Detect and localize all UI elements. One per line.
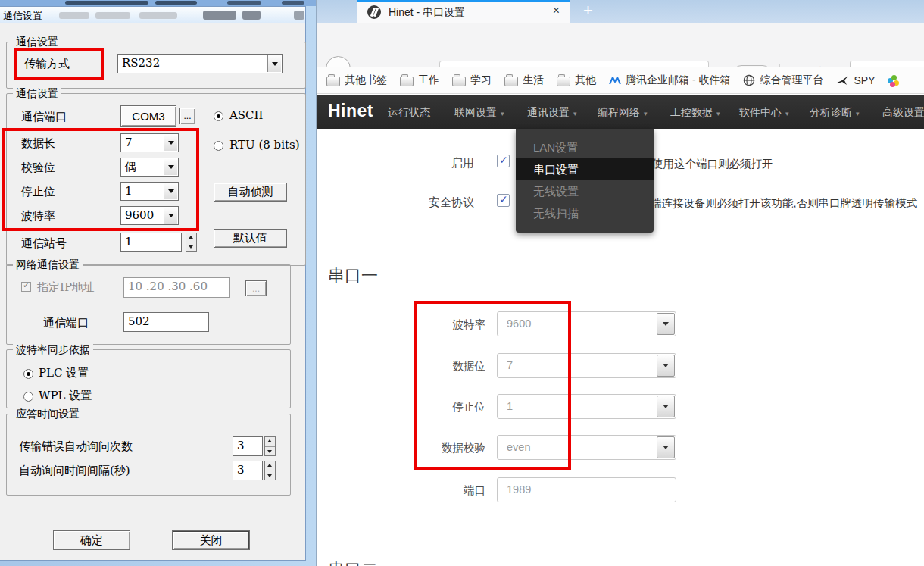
chevron-down-icon[interactable] bbox=[164, 159, 177, 175]
station-input[interactable]: 1 bbox=[120, 233, 182, 252]
bookmark-mgmt-platform[interactable]: 综合管理平台 bbox=[743, 73, 823, 87]
window-artifact bbox=[242, 11, 261, 20]
bookmark-folder-misc[interactable]: 其他 bbox=[557, 73, 596, 87]
bookmarks-bar: 其他书签 工作 学习 生活 其他 腾讯企业邮箱 - 收件箱 综合管理平台 SPY bbox=[317, 67, 924, 94]
bookmark-folder-other[interactable]: 其他书签 bbox=[326, 73, 387, 87]
folder-icon bbox=[400, 77, 414, 86]
bookmark-tencent-mail[interactable]: 腾讯企业邮箱 - 收件箱 bbox=[609, 73, 730, 87]
close-button[interactable]: 关闭 bbox=[172, 530, 250, 550]
bookmark-folder-work[interactable]: 工作 bbox=[400, 73, 439, 87]
baud-rate-combobox[interactable]: 9600 bbox=[120, 206, 179, 225]
parity-label: 校验位 bbox=[21, 161, 55, 175]
menu-item-wireless-scan[interactable]: 无线扫描 bbox=[516, 202, 654, 224]
ip-address-input[interactable]: 10 .20 .30 .60 bbox=[123, 277, 230, 298]
baud-rate-label: 波特率 bbox=[21, 209, 55, 224]
baud-rate-value: 9600 bbox=[125, 208, 154, 222]
data-length-label: 数据长 bbox=[21, 136, 55, 151]
tab-close-icon[interactable]: × bbox=[553, 4, 560, 17]
serial-port-1-heading: 串口一 bbox=[328, 264, 378, 287]
chevron-down-icon[interactable] bbox=[657, 396, 675, 417]
window-artifact bbox=[282, 1, 304, 5]
chevron-down-icon: ▾ bbox=[644, 110, 648, 117]
colorful-app-icon[interactable] bbox=[888, 75, 899, 86]
nav-run-status[interactable]: 运行状态 bbox=[388, 106, 430, 120]
default-button[interactable]: 默认值 bbox=[214, 229, 287, 248]
chevron-down-icon[interactable] bbox=[267, 55, 281, 72]
station-stepper[interactable] bbox=[186, 233, 197, 252]
security-note: 端连接设备则必须打开该功能,否则串口牌透明传输模式 bbox=[651, 196, 924, 211]
background-window-edge bbox=[0, 0, 316, 6]
com-port-more-button[interactable]: ... bbox=[179, 108, 195, 124]
serial-port-2-heading: 串口二 bbox=[328, 558, 378, 566]
parity-combobox[interactable]: 偶 bbox=[120, 158, 179, 177]
auto-detect-button[interactable]: 自动侦测 bbox=[214, 183, 287, 202]
rtu-radio[interactable] bbox=[214, 141, 223, 151]
transfer-mode-label: 传输方式 bbox=[24, 57, 70, 71]
retry-count-input[interactable]: 3 bbox=[233, 436, 263, 456]
chevron-down-icon[interactable] bbox=[164, 183, 177, 199]
retry-interval-stepper[interactable] bbox=[264, 461, 276, 480]
transfer-mode-combobox[interactable]: RS232 bbox=[117, 54, 283, 73]
stop-bit-combobox[interactable]: 1 bbox=[120, 182, 179, 201]
menu-item-serial[interactable]: 串口设置 bbox=[516, 158, 654, 180]
ip-checkbox[interactable] bbox=[21, 282, 31, 292]
ok-button[interactable]: 确定 bbox=[53, 530, 130, 550]
web-port-input[interactable]: 1989 bbox=[497, 477, 676, 502]
net-port-input[interactable]: 502 bbox=[123, 312, 209, 332]
web-baud-select[interactable]: 9600 bbox=[497, 311, 676, 336]
chevron-down-icon: ▾ bbox=[573, 110, 577, 117]
retry-interval-input[interactable]: 3 bbox=[233, 461, 263, 480]
nav-programming-network[interactable]: 编程网络▾ bbox=[598, 106, 648, 120]
web-stopbits-select[interactable]: 1 bbox=[497, 394, 676, 419]
bookmark-folder-study[interactable]: 学习 bbox=[452, 73, 492, 87]
window-artifact bbox=[139, 12, 177, 19]
chevron-down-icon[interactable] bbox=[657, 355, 675, 377]
web-parity-value: even bbox=[507, 441, 530, 453]
nav-diagnostics[interactable]: 分析诊断▾ bbox=[810, 106, 860, 120]
nav-label: 联网设置 bbox=[454, 106, 497, 120]
nav-label: 工控数据 bbox=[670, 106, 713, 120]
plc-setting-label: PLC 设置 bbox=[39, 366, 89, 380]
chevron-down-icon[interactable] bbox=[164, 135, 177, 151]
window-artifact bbox=[227, 1, 261, 5]
nav-software-center[interactable]: 软件中心▾ bbox=[739, 106, 789, 120]
bookmark-label: 其他 bbox=[575, 73, 596, 87]
plc-setting-radio[interactable] bbox=[23, 369, 33, 379]
tab-strip: Hinet - 串口设置 × + bbox=[317, 0, 924, 23]
nav-industrial-data[interactable]: 工控数据▾ bbox=[670, 106, 720, 120]
retry-count-label: 传输错误自动询问次数 bbox=[19, 439, 133, 454]
wpl-setting-radio[interactable] bbox=[23, 392, 33, 402]
menu-item-lan[interactable]: LAN设置 bbox=[516, 136, 654, 158]
menu-item-wireless[interactable]: 无线设置 bbox=[516, 180, 654, 202]
more-label: ... bbox=[184, 111, 192, 121]
web-baud-label: 波特率 bbox=[395, 317, 485, 332]
security-protocol-checkbox[interactable] bbox=[497, 194, 510, 207]
mail-icon bbox=[609, 75, 621, 86]
site-logo[interactable]: Hinet bbox=[328, 101, 373, 121]
tab-hinet[interactable]: Hinet - 串口设置 × bbox=[357, 0, 570, 23]
chevron-down-icon[interactable] bbox=[164, 208, 177, 224]
web-parity-select[interactable]: even bbox=[497, 435, 676, 460]
nav-advanced-settings[interactable]: 高级设置 bbox=[882, 106, 924, 120]
new-tab-button[interactable]: + bbox=[583, 1, 593, 20]
enable-checkbox[interactable] bbox=[497, 155, 510, 167]
dialog-titlebar[interactable]: 通信设置 bbox=[0, 7, 305, 23]
nav-network-settings[interactable]: 联网设置▾ bbox=[454, 106, 504, 120]
bookmark-folder-life[interactable]: 生活 bbox=[504, 73, 544, 87]
chevron-down-icon[interactable] bbox=[657, 313, 675, 335]
nav-comm-settings[interactable]: 通讯设置▾ bbox=[527, 106, 577, 120]
retry-count-stepper[interactable] bbox=[264, 436, 276, 456]
web-databits-select[interactable]: 7 bbox=[497, 353, 676, 378]
bookmark-spy[interactable]: SPY bbox=[836, 74, 875, 86]
web-parity-label: 数据校验 bbox=[395, 441, 485, 455]
chevron-down-icon[interactable] bbox=[657, 436, 675, 458]
data-length-combobox[interactable]: 7 bbox=[120, 133, 179, 152]
com-port-button[interactable]: COM3 bbox=[120, 105, 176, 127]
retry-interval-label: 自动询问时间间隔(秒) bbox=[19, 464, 130, 478]
ascii-radio[interactable] bbox=[214, 111, 223, 121]
nav-label: 运行状态 bbox=[388, 106, 430, 120]
ip-more-button[interactable]: ... bbox=[245, 280, 267, 296]
enable-label: 启用 bbox=[407, 156, 474, 170]
bookmark-label: 生活 bbox=[523, 73, 544, 87]
web-port-value: 1989 bbox=[507, 483, 531, 496]
